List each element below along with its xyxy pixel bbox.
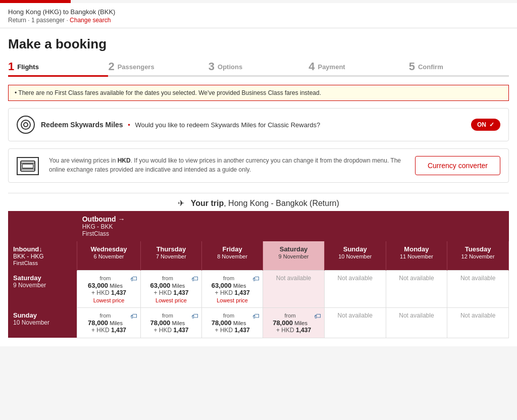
col-day-0: Wednesday	[80, 245, 137, 253]
miles-suffix-0-2: Miles	[233, 283, 246, 289]
col-date-3: 9 November	[266, 253, 321, 259]
step-options: 3 Options	[209, 60, 308, 77]
col-date-2: 8 November	[205, 253, 260, 259]
col-header-2[interactable]: Friday 8 November	[202, 241, 263, 270]
col-header-1[interactable]: Thursday 7 November	[140, 241, 201, 270]
cell-1-1[interactable]: 🏷 from 78,000 Miles + HKD 1,437	[140, 307, 201, 338]
col-header-3[interactable]: Saturday 9 November	[263, 241, 325, 270]
cell-0-2[interactable]: 🏷 from 63,000 Miles + HKD 1,437 Lowest p…	[202, 270, 263, 307]
step-num: 5	[409, 60, 415, 73]
step-label: Options	[218, 63, 242, 71]
step-label: Flights	[17, 63, 39, 71]
cell-0-1[interactable]: 🏷 from 63,000 Miles + HKD 1,437 Lowest p…	[140, 270, 201, 307]
step-bar	[8, 75, 108, 77]
hkd-0-2: + HKD 1,437	[205, 289, 260, 296]
step-label: Passengers	[118, 63, 154, 71]
not-available-0-6: Not available	[460, 275, 495, 282]
hkd-amount-1-0: 1,437	[111, 327, 126, 334]
col-day-5: Monday	[389, 245, 444, 253]
sub-text: Return · 1 passenger · Change search	[8, 17, 509, 24]
lowest-price-0-2: Lowest price	[205, 297, 260, 303]
miles-0-2: 63,000	[212, 282, 232, 289]
step-confirm: 5 Confirm	[409, 60, 509, 77]
cell-1-2[interactable]: 🏷 from 78,000 Miles + HKD 1,437	[202, 307, 263, 338]
skywards-text: Redeem Skywards Miles • Would you like t…	[41, 121, 465, 129]
col-header-6[interactable]: Tuesday 12 November	[447, 241, 509, 270]
flight-table: Outbound → HKG - BKK FirstClass Inbound↓…	[8, 211, 509, 338]
step-label: Payment	[318, 63, 345, 71]
hkd-1-1: + HKD 1,437	[144, 327, 198, 334]
outbound-label: Outbound →	[82, 215, 504, 223]
svg-point-1	[24, 123, 28, 127]
return-info: Return · 1 passenger ·	[8, 17, 70, 24]
inbound-cell-0: Saturday 9 November	[8, 270, 77, 307]
step-bar	[409, 75, 509, 77]
miles-0-1: 63,000	[150, 282, 171, 289]
trip-route: Hong Kong - Bangkok (Return)	[228, 199, 339, 207]
hkd-1-2: + HKD 1,437	[205, 327, 260, 334]
svg-rect-3	[22, 164, 33, 168]
cell-1-4: Not available	[324, 307, 386, 338]
cell-1-5: Not available	[386, 307, 447, 338]
hkd-amount-1-2: 1,437	[235, 327, 250, 334]
step-bar	[209, 75, 308, 77]
skywards-title: Redeem Skywards Miles	[41, 121, 123, 129]
cell-0-4: Not available	[324, 270, 386, 307]
col-date-5: 11 November	[389, 253, 444, 259]
header: Hong Kong (HKG) to Bangkok (BKK) Return …	[0, 3, 517, 28]
outbound-header-cell: Outbound → HKG - BKK FirstClass	[77, 211, 509, 241]
step-flights[interactable]: 1 Flights	[8, 60, 108, 77]
data-row-0: Saturday 9 November 🏷 from 63,000 Miles …	[8, 270, 509, 307]
from-label-1-0: from	[100, 312, 111, 319]
change-search-link[interactable]: Change search	[70, 17, 111, 24]
from-label-1-3: from	[285, 312, 296, 319]
cell-0-0[interactable]: 🏷 from 63,000 Miles + HKD 1,437 Lowest p…	[77, 270, 141, 307]
miles-suffix-0-1: Miles	[172, 283, 185, 289]
step-passengers: 2 Passengers	[108, 60, 208, 77]
cell-1-6: Not available	[447, 307, 509, 338]
miles-suffix-0-0: Miles	[110, 283, 123, 289]
miles-suffix-1-1: Miles	[172, 320, 185, 326]
tag-icon-0-1: 🏷	[191, 275, 198, 283]
step-bar	[308, 75, 408, 77]
inbound-cell-1: Sunday 10 November	[8, 307, 77, 338]
col-date-0: 6 November	[80, 253, 137, 259]
hkd-amount-1-3: 1,437	[296, 327, 311, 334]
inbound-class: FirstClass	[13, 260, 74, 266]
inbound-date-1: 10 November	[13, 319, 72, 326]
col-header-5[interactable]: Monday 11 November	[386, 241, 447, 270]
currency-converter-button[interactable]: Currency converter	[415, 156, 500, 175]
trip-label: Your trip	[191, 199, 224, 207]
inbound-date-0: 9 November	[13, 282, 72, 289]
skywards-toggle[interactable]: ON ✓	[471, 119, 500, 131]
inbound-day-0: Saturday	[13, 274, 72, 282]
hkd-1-3: + HKD 1,437	[266, 327, 321, 334]
hkd-amount-0-1: 1,437	[173, 289, 188, 296]
inbound-corner-cell	[8, 211, 77, 241]
inbound-day-1: Sunday	[13, 311, 72, 319]
cell-1-3[interactable]: 🏷 from 78,000 Miles + HKD 1,437	[263, 307, 325, 338]
not-available-0-4: Not available	[338, 275, 373, 282]
cell-0-5: Not available	[386, 270, 447, 307]
col-header-4[interactable]: Sunday 10 November	[324, 241, 386, 270]
skywards-icon	[17, 116, 35, 134]
not-available-1-5: Not available	[399, 312, 434, 319]
hkd-amount-0-2: 1,437	[235, 289, 250, 296]
not-available-1-4: Not available	[338, 312, 373, 319]
col-header-0[interactable]: Wednesday 6 November	[77, 241, 141, 270]
steps-bar: 1 Flights 2 Passengers 3 Options 4 Payme…	[8, 60, 509, 77]
inbound-label: Inbound↓	[13, 245, 74, 253]
skywards-dot: •	[128, 121, 130, 129]
cell-1-0[interactable]: 🏷 from 78,000 Miles + HKD 1,437	[77, 307, 141, 338]
step-label: Confirm	[418, 63, 443, 71]
not-available-0-5: Not available	[399, 275, 434, 282]
svg-point-0	[21, 120, 30, 129]
from-label-0-2: from	[223, 275, 234, 281]
col-date-6: 12 November	[450, 253, 505, 259]
outbound-class: FirstClass	[82, 230, 504, 237]
main-content: Make a booking 1 Flights 2 Passengers 3 …	[0, 28, 517, 346]
hkd-0-1: + HKD 1,437	[144, 289, 198, 296]
tag-icon-0-0: 🏷	[130, 275, 137, 283]
miles-suffix-1-0: Miles	[110, 320, 123, 326]
inbound-header-cell: Inbound↓ BKK - HKG FirstClass	[8, 241, 77, 270]
